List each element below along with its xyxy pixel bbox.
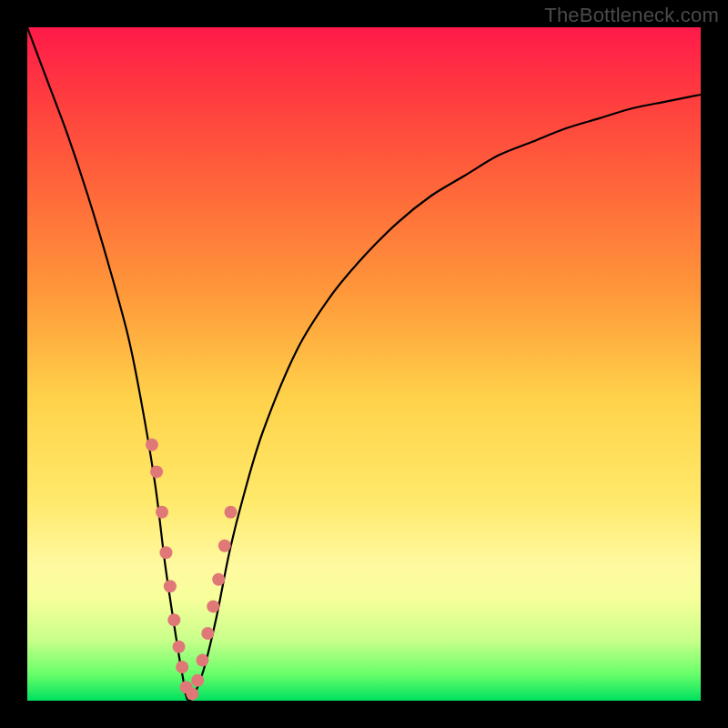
plot-area xyxy=(27,27,701,701)
marker-dot xyxy=(218,540,231,552)
marker-dot xyxy=(150,465,163,478)
marker-dot xyxy=(176,661,188,673)
marker-dot xyxy=(212,573,225,586)
marker-dot xyxy=(167,613,180,626)
curve-path xyxy=(27,27,701,701)
chart-frame: TheBottleneck.com xyxy=(0,0,728,728)
marker-dot xyxy=(201,627,214,640)
marker-dot xyxy=(173,641,186,653)
bottleneck-curve xyxy=(27,27,701,701)
marker-dots xyxy=(146,439,238,701)
marker-dot xyxy=(164,580,177,592)
marker-dot xyxy=(207,600,219,612)
chart-svg xyxy=(27,27,701,701)
marker-dot xyxy=(196,654,208,667)
marker-dot xyxy=(186,688,198,701)
marker-dot xyxy=(146,439,158,451)
marker-dot xyxy=(156,506,168,519)
marker-dot xyxy=(191,674,204,687)
watermark-text: TheBottleneck.com xyxy=(544,4,719,27)
marker-dot xyxy=(224,506,237,519)
marker-dot xyxy=(159,546,172,559)
